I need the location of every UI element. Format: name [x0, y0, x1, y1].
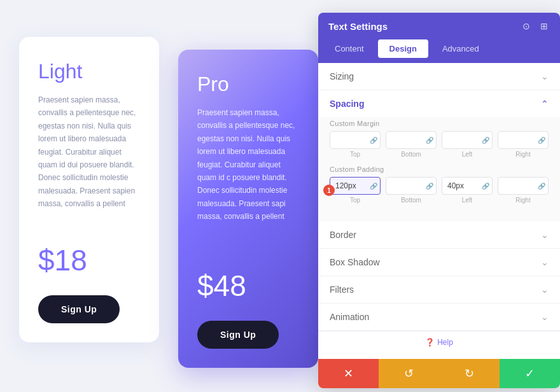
help-link[interactable]: ❓ Help	[325, 338, 554, 347]
margin-left-link-icon: 🔗	[482, 137, 489, 144]
sizing-section-header[interactable]: Sizing ⌄	[318, 63, 560, 90]
margin-right-link-icon: 🔗	[538, 137, 545, 144]
padding-top-link-icon: 🔗	[370, 183, 377, 190]
padding-right-sublabel: Right	[515, 197, 530, 204]
cards-area: Light Praesent sapien massa, convallis a…	[0, 0, 331, 392]
filters-section-header[interactable]: Filters ⌄	[318, 276, 560, 304]
custom-padding-group: Custom Padding 1 🔗 Top 🔗	[330, 165, 549, 204]
padding-top-field: 🔗 Top	[330, 177, 381, 204]
pro-card: Pro Praesent sapien massa, convallis a p…	[178, 50, 318, 368]
expand-icon[interactable]: ⊞	[538, 20, 550, 32]
padding-bottom-link-icon: 🔗	[426, 183, 433, 190]
pro-plan-price: $48	[197, 269, 246, 303]
spacing-label: Spacing	[330, 99, 364, 109]
light-plan-price: $18	[38, 243, 87, 277]
padding-top-sublabel: Top	[350, 197, 360, 204]
margin-left-field: 🔗 Left	[442, 131, 493, 158]
settings-icon[interactable]: ⊙	[521, 20, 532, 32]
padding-left-field: 🔗 Left	[442, 177, 493, 204]
sizing-label: Sizing	[330, 71, 354, 81]
box-shadow-section-header[interactable]: Box Shadow ⌄	[318, 249, 560, 276]
box-shadow-chevron-icon: ⌄	[541, 257, 549, 267]
confirm-button[interactable]: ✓	[500, 359, 560, 388]
custom-margin-label: Custom Margin	[330, 120, 549, 127]
margin-right-field: 🔗 Right	[498, 131, 549, 158]
pro-plan-name: Pro	[197, 73, 229, 96]
border-section-header[interactable]: Border ⌄	[318, 221, 560, 249]
spacing-section-content: Custom Margin 🔗 Top 🔗	[318, 117, 560, 221]
margin-right-sublabel: Right	[515, 151, 530, 158]
margin-top-link-icon: 🔗	[370, 137, 377, 144]
undo-button[interactable]: ↺	[379, 359, 439, 388]
padding-bottom-field: 🔗 Bottom	[386, 177, 437, 204]
border-chevron-icon: ⌄	[541, 230, 549, 240]
padding-left-sublabel: Left	[462, 197, 473, 204]
panel-tabs: Content Design Advanced	[318, 39, 560, 63]
padding-fields-row: 1 🔗 Top 🔗 Bottom	[330, 177, 549, 204]
margin-bottom-link-icon: 🔗	[426, 137, 433, 144]
border-label: Border	[330, 230, 356, 240]
spacing-chevron-icon: ⌃	[541, 99, 549, 109]
light-card: Light Praesent sapien massa, convallis a…	[19, 37, 159, 342]
cancel-button[interactable]: ✕	[318, 359, 379, 388]
margin-top-field: 🔗 Top	[330, 131, 381, 158]
box-shadow-label: Box Shadow	[330, 257, 380, 267]
animation-section-header[interactable]: Animation ⌄	[318, 304, 560, 331]
custom-padding-label: Custom Padding	[330, 165, 549, 173]
light-plan-name: Light	[38, 60, 82, 83]
light-signup-button[interactable]: Sign Up	[38, 295, 120, 323]
panel-body: Sizing ⌄ Spacing ⌃ Custom Margin 🔗 Top	[318, 63, 560, 359]
margin-top-sublabel: Top	[350, 151, 360, 158]
panel-title: Text Settings	[328, 21, 388, 32]
notification-badge: 1	[323, 185, 335, 196]
spacing-section-header[interactable]: Spacing ⌃	[318, 90, 560, 117]
redo-button[interactable]: ↻	[439, 359, 500, 388]
margin-bottom-sublabel: Bottom	[401, 151, 421, 158]
padding-right-field: 🔗 Right	[498, 177, 549, 204]
margin-bottom-field: 🔗 Bottom	[386, 131, 437, 158]
settings-panel: Text Settings ⊙ ⊞ Content Design Advance…	[318, 13, 560, 388]
panel-footer: ✕ ↺ ↻ ✓	[318, 359, 560, 388]
filters-chevron-icon: ⌄	[541, 284, 549, 295]
sizing-chevron-icon: ⌄	[541, 71, 549, 81]
panel-help: ❓ Help	[318, 331, 560, 353]
tab-advanced[interactable]: Advanced	[431, 39, 491, 58]
custom-margin-group: Custom Margin 🔗 Top 🔗	[330, 120, 549, 158]
pro-plan-desc: Praesent sapien massa, convallis a pelle…	[197, 106, 299, 223]
margin-left-sublabel: Left	[462, 151, 473, 158]
tab-design[interactable]: Design	[378, 39, 428, 58]
help-icon: ❓	[425, 338, 435, 347]
animation-chevron-icon: ⌄	[541, 312, 549, 322]
filters-label: Filters	[330, 284, 354, 295]
padding-right-link-icon: 🔗	[538, 183, 545, 190]
pro-signup-button[interactable]: Sign Up	[197, 321, 279, 349]
animation-label: Animation	[330, 312, 369, 322]
panel-header: Text Settings ⊙ ⊞	[318, 13, 560, 39]
panel-header-icons: ⊙ ⊞	[521, 20, 550, 32]
tab-content[interactable]: Content	[323, 39, 375, 58]
margin-fields-row: 🔗 Top 🔗 Bottom 🔗	[330, 131, 549, 158]
padding-left-link-icon: 🔗	[482, 183, 489, 190]
help-label: Help	[437, 338, 453, 347]
light-plan-desc: Praesent sapien massa, convallis a pelle…	[38, 94, 140, 211]
padding-bottom-sublabel: Bottom	[401, 197, 421, 204]
